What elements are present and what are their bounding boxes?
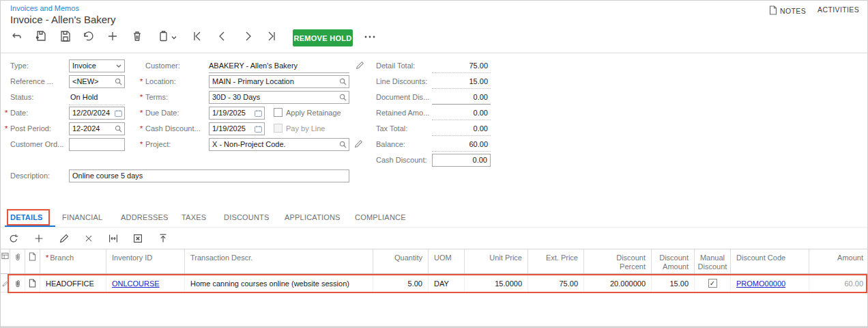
cell-discount-percent[interactable]: 20.000000 xyxy=(584,275,652,292)
customer-field[interactable]: ABAKERY - Allen's Bakery xyxy=(209,60,349,73)
column-header-ext-price[interactable]: Ext. Price xyxy=(528,249,584,273)
column-header-branch[interactable]: *Branch xyxy=(40,249,106,273)
search-icon[interactable] xyxy=(114,124,123,137)
cell-branch[interactable]: HEADOFFICE xyxy=(40,275,106,292)
edit-row-button[interactable] xyxy=(57,232,72,247)
calendar-icon[interactable] xyxy=(254,124,263,137)
last-record-button[interactable] xyxy=(264,30,279,45)
notes-column-header[interactable] xyxy=(25,249,40,273)
delete-button[interactable] xyxy=(130,30,145,45)
apply-retainage-checkbox[interactable] xyxy=(274,108,283,117)
grid-settings-column-header[interactable] xyxy=(1,249,10,273)
balance-label: Balance: xyxy=(376,140,405,148)
project-input[interactable]: X - Non-Project Code. xyxy=(209,138,349,151)
column-header-uom[interactable]: UOM xyxy=(429,249,465,273)
tab-details[interactable]: DETAILS xyxy=(10,213,43,221)
search-icon[interactable] xyxy=(114,77,123,90)
column-header-discount-percent[interactable]: Discount Percent xyxy=(584,249,652,273)
row-note-cell[interactable] xyxy=(25,275,40,292)
table-row[interactable]: HEADOFFICE ONLCOURSE Home canning course… xyxy=(1,275,868,292)
cash-discount-date-input[interactable]: 1/19/2025 xyxy=(209,122,265,135)
delete-row-button[interactable] xyxy=(81,232,96,247)
column-header-discount-amount[interactable]: Discount Amount xyxy=(652,249,695,273)
more-actions-button[interactable] xyxy=(362,30,377,45)
tab-applications[interactable]: APPLICATIONS xyxy=(285,213,341,221)
cash-discount-input[interactable]: 0.00 xyxy=(432,154,491,167)
chevron-left-icon xyxy=(216,29,229,46)
customer-order-input[interactable] xyxy=(69,138,125,151)
inventory-id-link[interactable]: ONLCOURSE xyxy=(112,279,160,288)
customer-value: ABAKERY - Allen's Bakery xyxy=(209,62,298,70)
tab-discounts[interactable]: DISCOUNTS xyxy=(224,213,270,221)
breadcrumb[interactable]: Invoices and Memos xyxy=(10,4,79,12)
column-header-discount-code[interactable]: Discount Code xyxy=(731,249,809,273)
remove-hold-button[interactable]: REMOVE HOLD xyxy=(293,29,353,46)
save-close-button[interactable] xyxy=(33,30,48,45)
due-date-input[interactable]: 1/19/2025 xyxy=(209,107,265,120)
tab-compliance[interactable]: COMPLIANCE xyxy=(355,213,406,221)
document-discounts-value[interactable]: 0.00 xyxy=(410,93,488,101)
type-select[interactable]: Invoice xyxy=(69,59,125,72)
tab-financial[interactable]: FINANCIAL xyxy=(62,213,102,221)
cell-transaction-descr[interactable]: Home canning courses online (website ses… xyxy=(185,275,373,292)
document-discounts-underline xyxy=(432,103,491,105)
edit-customer-button[interactable] xyxy=(355,61,364,73)
tab-taxes[interactable]: TAXES xyxy=(182,213,206,221)
search-icon[interactable] xyxy=(338,140,347,152)
calendar-icon[interactable] xyxy=(254,109,263,121)
insert-button[interactable] xyxy=(105,30,120,45)
status-label: Status: xyxy=(5,93,33,101)
calendar-icon[interactable] xyxy=(114,109,123,121)
last-record-icon xyxy=(265,29,278,46)
cell-inventory-id[interactable]: ONLCOURSE xyxy=(106,275,185,292)
activities-button[interactable]: ACTIVITIES xyxy=(818,5,859,14)
note-icon xyxy=(29,279,36,292)
cell-quantity[interactable]: 5.00 xyxy=(373,275,429,292)
back-button[interactable] xyxy=(9,30,24,45)
save-button[interactable] xyxy=(58,30,73,45)
cell-unit-price[interactable]: 15.0000 xyxy=(465,275,528,292)
tab-addresses[interactable]: ADDRESSES xyxy=(121,213,169,221)
post-period-input[interactable]: 12-2024 xyxy=(69,122,125,135)
previous-record-button[interactable] xyxy=(215,30,230,45)
detail-total-label: Detail Total: xyxy=(376,62,415,70)
export-excel-button[interactable] xyxy=(130,232,145,247)
column-header-quantity[interactable]: Quantity xyxy=(373,249,429,273)
chevron-down-icon[interactable] xyxy=(115,62,123,74)
copy-paste-button[interactable] xyxy=(156,30,171,45)
undo-button[interactable] xyxy=(81,30,96,45)
description-input[interactable]: Online course 5 days xyxy=(69,169,349,182)
fit-width-button[interactable] xyxy=(106,232,121,247)
edit-project-button[interactable] xyxy=(353,139,363,152)
column-header-amount[interactable]: Amount xyxy=(809,249,868,273)
column-header-transaction-descr[interactable]: Transaction Descr. xyxy=(185,249,373,273)
cell-manual-discount[interactable]: ✓ xyxy=(695,275,731,292)
column-header-inventory-id[interactable]: Inventory ID xyxy=(106,249,185,273)
cell-uom[interactable]: DAY xyxy=(429,275,465,292)
upload-rows-button[interactable] xyxy=(156,232,171,247)
attachment-column-header[interactable] xyxy=(10,249,25,273)
due-date-label: *Due Date: xyxy=(140,109,179,117)
first-record-button[interactable] xyxy=(190,30,205,45)
copy-paste-menu-button[interactable] xyxy=(169,30,179,45)
discount-code-link[interactable]: PROMO00000 xyxy=(736,279,785,288)
location-input[interactable]: MAIN - Primary Location xyxy=(209,75,349,88)
search-icon[interactable] xyxy=(338,77,347,90)
date-input[interactable]: 12/20/2024 xyxy=(69,107,125,120)
refresh-grid-button[interactable] xyxy=(6,232,21,247)
manual-discount-checkbox[interactable]: ✓ xyxy=(708,279,717,288)
column-header-manual-discount[interactable]: Manual Discount xyxy=(695,249,731,273)
cell-ext-price[interactable]: 75.00 xyxy=(528,275,584,292)
description-value: Online course 5 days xyxy=(72,172,143,180)
cell-discount-code[interactable]: PROMO00000 xyxy=(731,275,809,292)
row-attachment-cell[interactable] xyxy=(10,275,25,292)
next-record-button[interactable] xyxy=(240,30,255,45)
terms-input[interactable]: 30D - 30 Days xyxy=(209,91,349,104)
cell-discount-amount[interactable]: 15.00 xyxy=(652,275,695,292)
add-row-button[interactable] xyxy=(31,232,46,247)
notes-button[interactable]: NOTES xyxy=(769,5,806,16)
search-icon[interactable] xyxy=(338,93,347,105)
reference-input[interactable]: <NEW> xyxy=(69,75,125,88)
cell-amount[interactable]: 60.00 xyxy=(809,275,868,292)
column-header-unit-price[interactable]: Unit Price xyxy=(465,249,528,273)
